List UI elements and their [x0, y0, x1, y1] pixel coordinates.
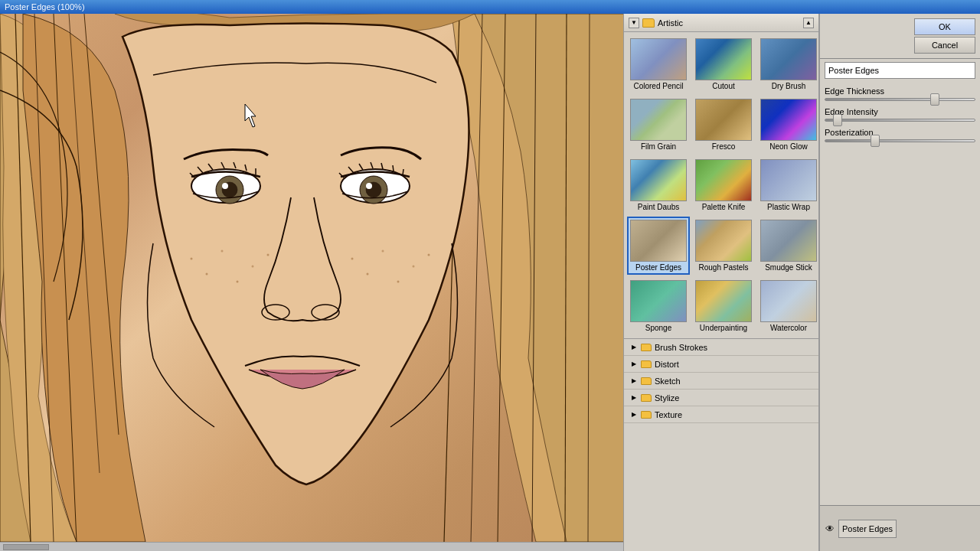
thumb-fresco[interactable]: Fresco [692, 96, 755, 154]
thumb-colored-pencil[interactable]: Colored Pencil [627, 35, 690, 93]
thumb-label-smudge-stick: Smudge Stick [765, 263, 812, 272]
posterization-thumb[interactable] [871, 135, 880, 147]
canvas-image [0, 14, 623, 542]
svg-line-5 [444, 14, 459, 542]
svg-line-19 [234, 162, 236, 168]
thumb-sponge[interactable]: Sponge [627, 277, 690, 335]
thumb-img-poster-edges [630, 220, 687, 262]
ok-button[interactable]: OK [914, 18, 975, 35]
category-texture[interactable]: ▶Texture [624, 406, 818, 423]
folder-icon-sketch [641, 377, 652, 385]
thumb-img-palette-knife [695, 159, 752, 201]
svg-line-30 [381, 163, 383, 169]
thumb-film-grain[interactable]: Film Grain [627, 96, 690, 154]
category-list: ▶Brush Strokes▶Distort▶Sketch▶Stylize▶Te… [624, 338, 818, 551]
category-label-brush-strokes: Brush Strokes [655, 343, 707, 352]
svg-point-14 [222, 183, 228, 189]
settings-controls: Edge Thickness Edge Intensity [820, 82, 980, 505]
category-sketch[interactable]: ▶Sketch [624, 373, 818, 390]
thumb-dry-brush[interactable]: Dry Brush [757, 35, 818, 93]
thumb-label-watercolor: Watercolor [770, 324, 807, 332]
posterization-control: Posterization [825, 128, 975, 142]
svg-line-1 [34, 14, 54, 542]
thumb-img-sponge [630, 280, 687, 322]
filter-gallery: ▼ Artistic ▲ Colored PencilCutoutDry Bru… [623, 14, 818, 551]
svg-line-6 [471, 14, 482, 542]
thumb-img-rough-pastels [695, 220, 752, 262]
svg-point-38 [237, 281, 239, 283]
cancel-row: Cancel [825, 37, 975, 54]
edge-intensity-slider-container [825, 119, 975, 122]
thumb-img-underpainting [695, 280, 752, 322]
svg-point-39 [252, 266, 254, 268]
svg-line-28 [359, 164, 363, 170]
edge-thickness-slider-container [825, 98, 975, 101]
category-label-texture: Texture [655, 410, 682, 419]
gallery-collapse-button[interactable]: ▲ [803, 18, 814, 28]
edge-thickness-thumb[interactable] [930, 93, 939, 106]
svg-line-29 [371, 162, 373, 168]
svg-point-33 [262, 305, 289, 320]
svg-line-18 [221, 162, 224, 168]
expand-arrow-distort: ▶ [630, 360, 638, 368]
category-distort[interactable]: ▶Distort [624, 356, 818, 373]
category-label-stylize: Stylize [655, 393, 679, 403]
edge-thickness-label: Edge Thickness [825, 86, 975, 96]
svg-line-9 [565, 14, 567, 542]
thumb-watercolor[interactable]: Watercolor [757, 277, 818, 335]
svg-line-16 [198, 167, 203, 173]
thumb-label-film-grain: Film Grain [641, 142, 676, 151]
svg-point-25 [366, 183, 372, 189]
thumb-rough-pastels[interactable]: Rough Pastels [692, 217, 755, 275]
thumb-cutout[interactable]: Cutout [692, 35, 755, 93]
thumb-smudge-stick[interactable]: Smudge Stick [757, 217, 818, 275]
thumb-palette-knife[interactable]: Palette Knife [692, 156, 755, 214]
thumb-plastic-wrap[interactable]: Plastic Wrap [757, 156, 818, 214]
thumb-img-plastic-wrap [760, 159, 817, 201]
settings-top: OK Cancel [820, 14, 980, 59]
svg-line-20 [245, 165, 247, 171]
svg-point-46 [428, 254, 430, 256]
filter-gallery-header: ▼ Artistic ▲ [624, 14, 818, 32]
canvas-area [0, 14, 623, 551]
edge-thickness-control: Edge Thickness [825, 86, 975, 101]
thumb-poster-edges[interactable]: Poster Edges [627, 217, 690, 275]
folder-icon [642, 18, 655, 28]
layer-visibility-icon[interactable]: 👁 [825, 523, 835, 534]
button-row: OK [825, 18, 975, 35]
category-label-sketch: Sketch [655, 377, 681, 386]
canvas-scrollbar[interactable] [0, 542, 623, 551]
cancel-button[interactable]: Cancel [914, 37, 975, 54]
thumb-label-underpainting: Underpainting [700, 324, 747, 332]
svg-line-10 [588, 14, 590, 542]
svg-point-44 [397, 281, 400, 283]
thumb-neon-glow[interactable]: Neon Glow [757, 96, 818, 154]
svg-line-15 [190, 173, 195, 178]
svg-point-35 [191, 258, 193, 260]
thumb-label-dry-brush: Dry Brush [772, 82, 805, 90]
thumb-img-paint-daubs [630, 159, 687, 201]
bottom-panel: 👁 Poster Edges [820, 505, 980, 551]
edge-intensity-control: Edge Intensity [825, 107, 975, 122]
svg-point-23 [360, 176, 387, 204]
svg-point-22 [341, 169, 410, 203]
canvas-drawing [0, 14, 623, 542]
svg-point-34 [312, 305, 339, 320]
collapse-button[interactable]: ▼ [629, 18, 639, 28]
category-brush-strokes[interactable]: ▶Brush Strokes [624, 339, 818, 356]
expand-arrow-sketch: ▶ [630, 377, 638, 385]
expand-arrow-stylize: ▶ [630, 394, 638, 402]
edge-intensity-thumb[interactable] [833, 114, 842, 126]
main-layout: ▼ Artistic ▲ Colored PencilCutoutDry Bru… [0, 14, 980, 551]
thumb-underpainting[interactable]: Underpainting [692, 277, 755, 335]
svg-point-42 [367, 273, 369, 276]
folder-icon-brush-strokes [641, 344, 652, 351]
svg-line-31 [393, 165, 394, 171]
thumb-label-cutout: Cutout [712, 82, 734, 90]
thumb-label-plastic-wrap: Plastic Wrap [767, 203, 810, 211]
svg-line-17 [208, 164, 213, 170]
settings-panel: OK Cancel Poster Edges Edge Thickness [819, 14, 980, 551]
thumb-paint-daubs[interactable]: Paint Daubs [627, 156, 690, 214]
category-stylize[interactable]: ▶Stylize [624, 390, 818, 406]
gallery-header-label: Artistic [658, 18, 683, 28]
